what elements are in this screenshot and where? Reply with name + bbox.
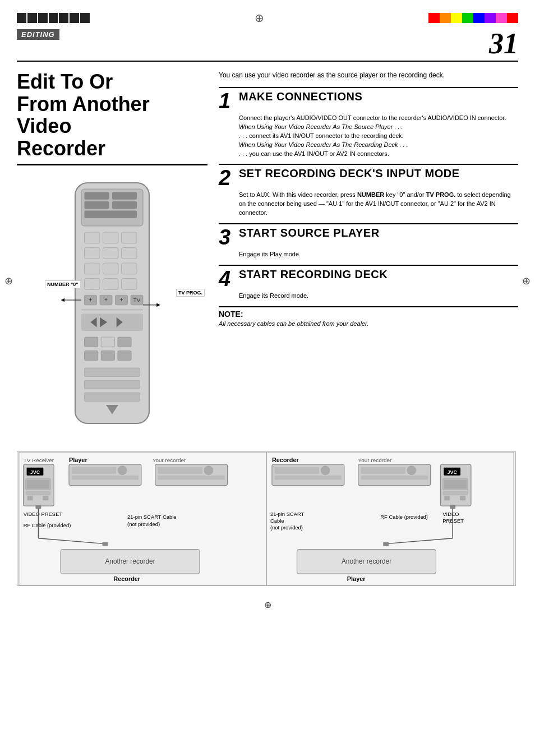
- svg-rect-5: [112, 201, 137, 209]
- svg-rect-35: [85, 351, 98, 361]
- left-margin-crosshair: ⊕: [4, 275, 13, 287]
- svg-rect-91: [444, 480, 467, 489]
- svg-rect-16: [85, 279, 100, 290]
- step-2-body: Set to AUX. With this video recorder, pr…: [239, 191, 518, 218]
- left-column: Edit To Or From Another Video Recorder: [17, 71, 207, 438]
- step-2-number: 2: [219, 167, 234, 188]
- svg-rect-85: [407, 466, 416, 475]
- main-title: Edit To Or From Another Video Recorder: [17, 71, 207, 165]
- svg-text:Another recorder: Another recorder: [342, 558, 391, 566]
- svg-rect-55: [26, 491, 51, 496]
- svg-rect-54: [27, 480, 50, 489]
- crosshair-center-top: ⊕: [255, 11, 264, 25]
- svg-rect-38: [85, 368, 140, 376]
- svg-rect-104: [383, 542, 389, 546]
- top-bar-area: ⊕: [17, 11, 518, 25]
- note-text: All necessary cables can be obtained fro…: [219, 320, 518, 327]
- svg-text:VIDEO: VIDEO: [442, 511, 459, 517]
- color-bars-right: [428, 13, 518, 23]
- step-3-title: START SOURCE PLAYER: [239, 227, 380, 239]
- svg-text:(not provided): (not provided): [127, 521, 160, 527]
- svg-rect-15: [122, 263, 137, 274]
- connection-diagram: TV Receiver Player Your recorder JVC: [17, 451, 518, 588]
- svg-rect-63: [158, 467, 202, 474]
- step-4: 4 START RECORDING DECK Engage its Record…: [219, 265, 518, 301]
- svg-rect-103: [450, 505, 455, 509]
- svg-rect-6: [85, 211, 137, 218]
- main-content: Edit To Or From Another Video Recorder: [17, 71, 518, 438]
- svg-rect-8: [103, 232, 119, 243]
- svg-rect-84: [361, 467, 405, 474]
- svg-rect-33: [101, 337, 114, 347]
- svg-text:TV: TV: [133, 297, 141, 303]
- svg-rect-86: [361, 476, 428, 480]
- note-title: NOTE:: [219, 310, 518, 319]
- svg-text:Cable: Cable: [270, 518, 284, 524]
- svg-text:JVC: JVC: [448, 469, 458, 475]
- svg-rect-73: [102, 542, 108, 546]
- svg-rect-72: [35, 505, 41, 509]
- svg-rect-93: [444, 496, 450, 501]
- section-tag: EDITING: [17, 29, 59, 40]
- svg-text:Recorder: Recorder: [272, 457, 299, 463]
- step-1: 1 MAKE CONNECTIONS Connect the player's …: [219, 87, 518, 159]
- svg-rect-17: [103, 279, 119, 290]
- note-section: NOTE: All necessary cables can be obtain…: [219, 306, 518, 327]
- svg-rect-61: [72, 476, 139, 480]
- svg-text:+: +: [104, 297, 108, 303]
- svg-rect-4: [85, 201, 109, 209]
- step-2-body-text: Set to AUX. With this video recorder, pr…: [239, 191, 518, 218]
- step-2-title: SET RECORDING DECK'S INPUT MODE: [239, 167, 460, 179]
- svg-text:Another recorder: Another recorder: [105, 558, 155, 566]
- step-1-body: Connect the player's AUDIO/VIDEO OUT con…: [239, 114, 518, 159]
- svg-rect-12: [122, 248, 137, 259]
- remote-tvprog-label: TV PROG.: [176, 289, 205, 297]
- step-1-number: 1: [219, 90, 234, 112]
- svg-rect-32: [85, 337, 98, 347]
- svg-rect-92: [442, 491, 468, 496]
- svg-text:Your recorder: Your recorder: [358, 457, 392, 463]
- svg-text:Your recorder: Your recorder: [153, 457, 186, 463]
- step-4-body: Engage its Record mode.: [239, 292, 518, 301]
- svg-rect-3: [112, 192, 137, 200]
- svg-rect-11: [103, 248, 119, 259]
- svg-text:RF Cable (provided): RF Cable (provided): [380, 514, 428, 520]
- svg-rect-94: [460, 496, 465, 501]
- svg-text:TV Receiver: TV Receiver: [24, 457, 54, 463]
- svg-text:+: +: [89, 297, 92, 303]
- svg-rect-65: [158, 476, 225, 480]
- step-4-title: START RECORDING DECK: [239, 268, 388, 280]
- svg-rect-57: [43, 496, 48, 501]
- svg-rect-34: [118, 337, 131, 347]
- svg-rect-56: [27, 496, 33, 501]
- svg-rect-60: [118, 466, 127, 475]
- remote-illustration: + + + TV: [50, 177, 174, 438]
- page-number: 31: [489, 29, 518, 58]
- svg-text:+: +: [119, 297, 123, 303]
- svg-rect-28: [81, 314, 143, 331]
- right-column: You can use your video recorder as the s…: [219, 71, 518, 438]
- step-3-number: 3: [219, 227, 234, 248]
- svg-rect-64: [204, 466, 213, 475]
- svg-text:(not provided): (not provided): [270, 524, 303, 531]
- svg-rect-9: [122, 232, 137, 243]
- svg-rect-7: [85, 232, 100, 243]
- svg-rect-59: [72, 467, 116, 474]
- right-margin-crosshair: ⊕: [522, 275, 531, 287]
- svg-text:JVC: JVC: [30, 469, 40, 475]
- page-header: EDITING 31: [17, 29, 518, 62]
- svg-text:VIDEO PRESET: VIDEO PRESET: [24, 511, 63, 517]
- remote-number-label: NUMBER "0": [45, 280, 81, 288]
- svg-rect-18: [122, 279, 137, 290]
- svg-rect-14: [103, 263, 119, 274]
- intro-text: You can use your video recorder as the s…: [219, 71, 518, 80]
- svg-rect-10: [85, 248, 100, 259]
- step-4-number: 4: [219, 268, 234, 289]
- svg-rect-37: [118, 351, 131, 361]
- step-1-title: MAKE CONNECTIONS: [239, 90, 362, 103]
- svg-text:21-pin SCART: 21-pin SCART: [270, 511, 305, 517]
- svg-text:Player: Player: [69, 457, 87, 463]
- svg-text:21-pin SCART Cable: 21-pin SCART Cable: [127, 514, 177, 520]
- svg-rect-81: [321, 466, 330, 475]
- svg-rect-36: [101, 351, 114, 361]
